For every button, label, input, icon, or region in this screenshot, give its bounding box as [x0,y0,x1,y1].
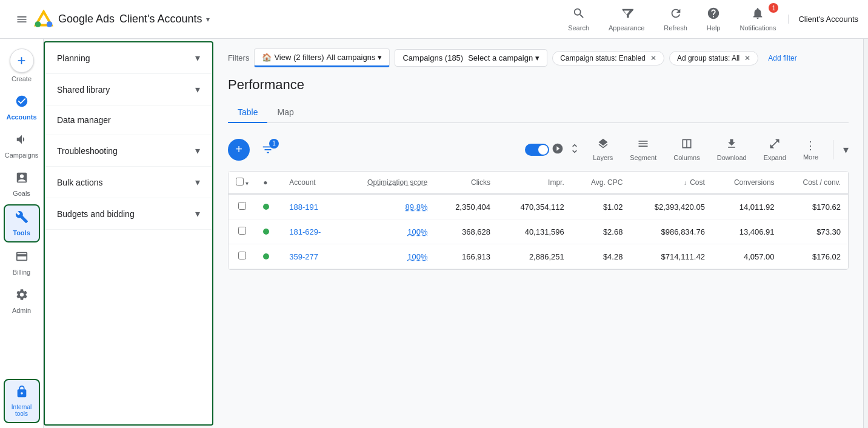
campaign-selector[interactable]: Campaigns (185) Select a campaign ▾ [395,49,547,67]
account-dropdown-arrow[interactable]: ▾ [206,15,210,24]
performance-tabs: Table Map [228,102,849,123]
col-header-avg-cpc[interactable]: Avg. CPC [572,172,630,194]
col-header-cost-conv[interactable]: Cost / conv. [782,172,848,194]
refresh-nav-icon[interactable]: Refresh [656,4,695,34]
plus-icon: + [17,52,25,69]
col-header-clicks[interactable]: Clicks [435,172,497,194]
layers-button[interactable]: Layers [588,135,618,164]
row-opt-score-0[interactable]: 89.8% [340,194,435,219]
appearance-nav-icon[interactable]: Appearance [601,4,652,34]
columns-button[interactable]: Columns [669,135,704,164]
budgets-bidding-label: Budgets and bidding [57,209,135,219]
opt-score-value-0[interactable]: 89.8% [406,202,428,212]
filter-chip-campaign-status[interactable]: Campaign status: Enabled ✕ [552,51,664,65]
sidebar-item-accounts[interactable]: Accounts [4,90,40,125]
row-opt-score-1[interactable]: 100% [340,219,435,244]
sidebar-item-goals[interactable]: Goals [4,166,40,202]
filters-bar: Filters 🏠 View (2 filters) All campaigns… [228,48,849,67]
row-cost-conv-2: $176.02 [782,244,848,269]
row-account-1[interactable]: 181-629- [282,219,340,244]
more-icon: ⋮ [805,139,816,152]
filters-label: Filters [228,53,249,62]
account-name: Client's Accounts [119,13,202,25]
planning-header[interactable]: Planning ▾ [45,42,212,73]
row-1-checkbox[interactable] [238,202,246,210]
troubleshooting-chevron: ▾ [195,145,200,156]
sidebar-item-create[interactable]: + Create [4,44,40,87]
notifications-nav-icon[interactable]: 1 Notifications [732,4,783,34]
budgets-bidding-header[interactable]: Budgets and bidding ▾ [45,198,212,229]
col-header-impr[interactable]: Impr. [498,172,572,194]
troubleshooting-label: Troubleshooting [57,146,118,156]
row-account-0[interactable]: 188-191 [282,194,340,219]
row-cost-2: $714,111.42 [630,244,712,269]
columns-label: Columns [673,154,699,161]
app-body: + Create Accounts Campaigns Goals [0,39,868,428]
add-filter-button[interactable]: Add filter [763,52,801,65]
select-all-checkbox[interactable] [236,178,244,186]
table-chevron-down[interactable]: ▾ [843,143,849,156]
help-nav-icon[interactable]: Help [699,4,728,34]
toggle-switch[interactable] [525,144,549,156]
tab-table[interactable]: Table [228,102,267,123]
filter-chip-adgroup-status[interactable]: Ad group status: All ✕ [669,51,758,65]
expand-button[interactable]: Expand [759,135,791,164]
col-header-opt-score[interactable]: Optimization score [340,172,435,194]
sort-icon [569,142,581,156]
status-dot-active [263,204,269,210]
filter-chip-close-0[interactable]: ✕ [650,54,656,62]
row-2-checkbox[interactable] [238,227,246,235]
segment-button[interactable]: Segment [625,135,661,164]
hamburger-menu[interactable] [10,7,34,32]
col-header-account[interactable]: Account [282,172,340,194]
expand-label: Expand [764,154,786,161]
more-button[interactable]: ⋮ More [798,136,823,163]
search-nav-icon[interactable]: Search [561,4,596,34]
row-checkbox-2[interactable] [229,244,256,269]
troubleshooting-header[interactable]: Troubleshooting ▾ [45,135,212,166]
row-3-checkbox[interactable] [238,252,246,259]
row-clicks-0: 2,350,404 [435,194,497,219]
download-button[interactable]: Download [712,135,752,164]
sidebar-item-tools[interactable]: Tools [4,204,40,242]
row-checkbox-0[interactable] [229,194,256,219]
col-header-conversions[interactable]: Conversions [712,172,782,194]
opt-score-value-2[interactable]: 100% [407,252,427,261]
bulk-actions-header[interactable]: Bulk actions ▾ [45,167,212,198]
account-link-2[interactable]: 359-277 [289,252,318,261]
sidebar-item-internal-tools[interactable]: Internal tools [4,379,40,423]
toolbar-divider [833,140,833,159]
billing-label: Billing [13,269,30,276]
status-dot-active-2 [263,253,269,259]
table-row: 188-191 89.8% 2,350,404 470,354,112 $1.0… [229,194,848,219]
admin-label: Admin [12,307,31,314]
row-impr-2: 2,886,251 [498,244,572,269]
filter-icon-button[interactable]: 1 [257,139,279,161]
data-manager-header[interactable]: Data manager [45,105,212,135]
sidebar-item-campaigns[interactable]: Campaigns [4,128,40,164]
sidebar-item-admin[interactable]: Admin [4,283,40,319]
view-selector[interactable]: 🏠 View (2 filters) All campaigns ▾ [254,48,390,67]
row-checkbox-1[interactable] [229,219,256,244]
notifications-nav-label: Notifications [739,24,776,32]
opt-score-value-1[interactable]: 100% [407,227,427,236]
shared-library-header[interactable]: Shared library ▾ [45,74,212,105]
segment-icon [637,138,649,153]
notifications-icon [751,7,764,23]
row-account-2[interactable]: 359-277 [282,244,340,269]
account-link-0[interactable]: 188-191 [289,202,318,212]
sidebar-item-billing[interactable]: Billing [4,245,40,281]
home-icon: 🏠 [262,53,272,62]
account-link-1[interactable]: 181-629- [289,227,321,236]
header-dropdown-arrow[interactable]: ▾ [245,180,249,187]
col-header-cost[interactable]: ↓ Cost [630,172,712,194]
filter-chip-close-1[interactable]: ✕ [744,54,750,62]
help-icon [707,7,720,23]
row-opt-score-2[interactable]: 100% [340,244,435,269]
download-label: Download [717,154,747,161]
tab-map[interactable]: Map [267,102,303,123]
goals-icon [15,171,28,187]
internal-tools-icon [15,385,28,401]
add-button[interactable]: + [228,139,250,161]
table-row: 359-277 100% 166,913 2,886,251 $4.28 $71… [229,244,848,269]
